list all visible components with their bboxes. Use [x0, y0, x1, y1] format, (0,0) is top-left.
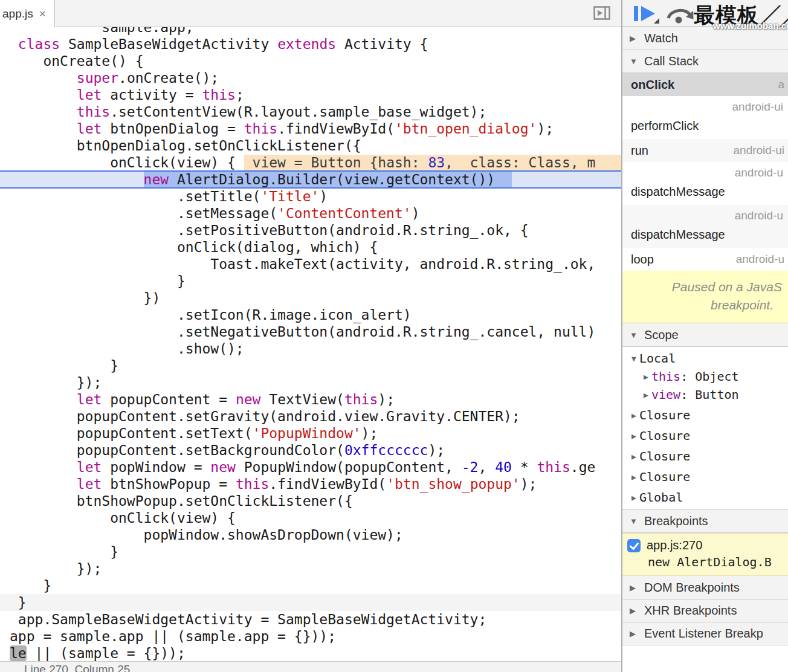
- code-line[interactable]: }: [0, 594, 621, 611]
- paused-line1: Paused on a JavaS: [622, 278, 782, 296]
- scope-group-global[interactable]: ▶Global: [622, 488, 788, 506]
- call-stack-frame[interactable]: runandroid-ui: [622, 139, 788, 162]
- code-line[interactable]: popWindow.showAsDropDown(view);: [0, 526, 621, 543]
- chevron-right-icon: ▶: [628, 431, 639, 441]
- code-line[interactable]: Toast.makeText(activity, android.R.strin…: [0, 256, 621, 273]
- breakpoint-entry[interactable]: app.js:270new AlertDialog.B: [622, 533, 788, 576]
- frame-location: android-u: [735, 166, 783, 179]
- scope-group-name: Closure: [639, 470, 690, 484]
- chevron-right-icon: ▶: [628, 493, 639, 502]
- scope-variable[interactable]: ▶view: Button: [622, 386, 788, 404]
- code-line[interactable]: onClick(view) {: [0, 509, 621, 526]
- scope-group-closure[interactable]: ▶Closure: [622, 468, 788, 486]
- code-line[interactable]: app.SampleBaseWidgetActivity = SampleBas…: [0, 611, 621, 628]
- code-line[interactable]: let activity = this;: [0, 86, 621, 103]
- breakpoint-checkbox[interactable]: [627, 539, 641, 552]
- code-line[interactable]: sample.app,: [0, 27, 621, 36]
- code-line[interactable]: .show();: [0, 340, 621, 357]
- tab-app-js[interactable]: app.js ×: [0, 0, 55, 27]
- chevron-down-icon: ▼: [630, 331, 638, 340]
- execution-line[interactable]: new AlertDialog.Builder(view.getContext(…: [0, 170, 621, 189]
- devtools-sources-panel: app.js × sample.app, class SampleBaseWid…: [0, 0, 788, 672]
- scope-group-closure[interactable]: ▶Closure: [622, 447, 788, 465]
- breakpoint-location: app.js:270: [647, 538, 702, 552]
- variable-name: view: [651, 387, 680, 402]
- scope-group-local[interactable]: ▼Local: [622, 349, 788, 367]
- section-event-listener-breakp[interactable]: ▶Event Listener Breakp: [622, 622, 788, 645]
- code-line[interactable]: class SampleBaseWidgetActivity extends A…: [0, 36, 621, 53]
- code-line[interactable]: let popWindow = new PopupWindow(popupCon…: [0, 459, 621, 476]
- code-line[interactable]: popupContent.setBackgroundColor(0xffcccc…: [0, 442, 621, 459]
- bottom-sections: ▶DOM Breakpoints▶XHR Breakpoints▶Event L…: [622, 576, 788, 645]
- chevron-right-icon: ▶: [641, 372, 651, 381]
- code-line[interactable]: }: [0, 543, 621, 560]
- code-line[interactable]: app = sample.app || (sample.app = {}));: [0, 628, 621, 645]
- chevron-right-icon: ▶: [628, 411, 639, 420]
- frame-function-name: run: [631, 144, 648, 158]
- frame-location: a: [778, 78, 784, 91]
- code-line[interactable]: let popupContent = new TextView(this);: [0, 391, 621, 408]
- section-scope[interactable]: ▼ Scope: [622, 323, 788, 347]
- tab-label: app.js: [2, 7, 33, 21]
- chevron-right-icon: ▶: [628, 473, 639, 482]
- scope-group-name: Local: [639, 351, 676, 366]
- paused-banner: Paused on a JavaS breakpoint.: [622, 271, 788, 323]
- variable-value: : Object: [680, 369, 738, 384]
- code-line[interactable]: popupContent.setText('PopupWindow');: [0, 425, 621, 442]
- call-stack-frame[interactable]: android-uiperformClick: [622, 96, 788, 139]
- code-line[interactable]: }: [0, 273, 621, 289]
- code-line[interactable]: onClick(dialog, which) {: [0, 239, 621, 256]
- code-line[interactable]: }: [0, 577, 621, 594]
- section-watch[interactable]: ▶ Watch: [622, 27, 788, 50]
- call-stack-frame[interactable]: loopandroid-u: [622, 248, 788, 271]
- code-line[interactable]: .setPositiveButton(android.R.string_.ok,…: [0, 222, 621, 239]
- code-line[interactable]: .setMessage('ContentContent'): [0, 205, 621, 222]
- variable-name: this: [651, 369, 680, 384]
- editor-status-bar: Line 270, Column 25: [0, 661, 621, 672]
- section-label: DOM Breakpoints: [644, 581, 740, 595]
- code-line[interactable]: });: [0, 374, 621, 391]
- code-line[interactable]: let btnShowPopup = this.findViewById('bt…: [0, 476, 621, 493]
- chevron-down-icon: ▼: [630, 517, 638, 526]
- call-stack-frame[interactable]: onClicka: [622, 73, 788, 96]
- code-line[interactable]: btnShowPopup.setOnClickListener({: [0, 493, 621, 509]
- section-dom-breakpoints[interactable]: ▶DOM Breakpoints: [622, 576, 788, 599]
- call-stack-frame[interactable]: android-udispatchMessage: [622, 162, 788, 205]
- debugger-toolbar: 最模板╱╱ www.zuimoban.com: [622, 0, 788, 27]
- code-line[interactable]: .setIcon(R.image.icon_alert): [0, 306, 621, 323]
- chevron-right-icon: ▶: [630, 34, 638, 43]
- code-line[interactable]: onCreate() {: [0, 53, 621, 69]
- code-line[interactable]: }: [0, 357, 621, 374]
- scope-variable[interactable]: ▶this: Object: [622, 367, 788, 386]
- code-line[interactable]: }): [0, 289, 621, 306]
- resume-menu-indicator: [654, 18, 659, 24]
- section-breakpoints[interactable]: ▼ Breakpoints: [622, 509, 788, 533]
- frame-function-name: onClick: [631, 78, 674, 92]
- code-line[interactable]: });: [0, 560, 621, 577]
- code-editor[interactable]: sample.app, class SampleBaseWidgetActivi…: [0, 27, 621, 661]
- breakpoint-list: app.js:270new AlertDialog.B: [622, 533, 788, 576]
- code-line[interactable]: popupContent.setGravity(android.view.Gra…: [0, 408, 621, 425]
- section-call-stack[interactable]: ▼ Call Stack: [622, 50, 788, 73]
- editor-tab-bar: app.js ×: [0, 0, 621, 27]
- call-stack-list: onClickaandroid-uiperformClickrunandroid…: [622, 73, 788, 271]
- code-line[interactable]: super.onCreate();: [0, 69, 621, 86]
- code-lines: sample.app, class SampleBaseWidgetActivi…: [0, 27, 621, 661]
- step-over-icon[interactable]: [666, 7, 695, 26]
- frame-location: android-ui: [732, 100, 784, 113]
- code-line[interactable]: .setTitle('Title'): [0, 188, 621, 205]
- code-line[interactable]: .setNegativeButton(android.R.string_.can…: [0, 323, 621, 340]
- code-line[interactable]: btnOpenDialog.setOnClickListener({: [0, 137, 621, 154]
- debugger-sidebar: 最模板╱╱ www.zuimoban.com ▶ Watch ▼ Call St…: [622, 0, 788, 672]
- tab-close-icon[interactable]: ×: [39, 7, 46, 21]
- code-line[interactable]: onClick(view) { view = Button {hash: 83,…: [0, 154, 621, 171]
- section-xhr-breakpoints[interactable]: ▶XHR Breakpoints: [622, 599, 788, 622]
- watermark-logo: 最模板╱╱ www.zuimoban.com: [694, 1, 788, 30]
- scope-group-closure[interactable]: ▶Closure: [622, 427, 788, 445]
- toggle-sidebar-icon[interactable]: [593, 6, 610, 20]
- code-line[interactable]: le || (sample = {}));: [0, 645, 621, 661]
- scope-group-closure[interactable]: ▶Closure: [622, 406, 788, 424]
- code-line[interactable]: let btnOpenDialog = this.findViewById('b…: [0, 120, 621, 137]
- code-line[interactable]: this.setContentView(R.layout.sample_base…: [0, 103, 621, 120]
- call-stack-frame[interactable]: android-udispatchMessage: [622, 205, 788, 248]
